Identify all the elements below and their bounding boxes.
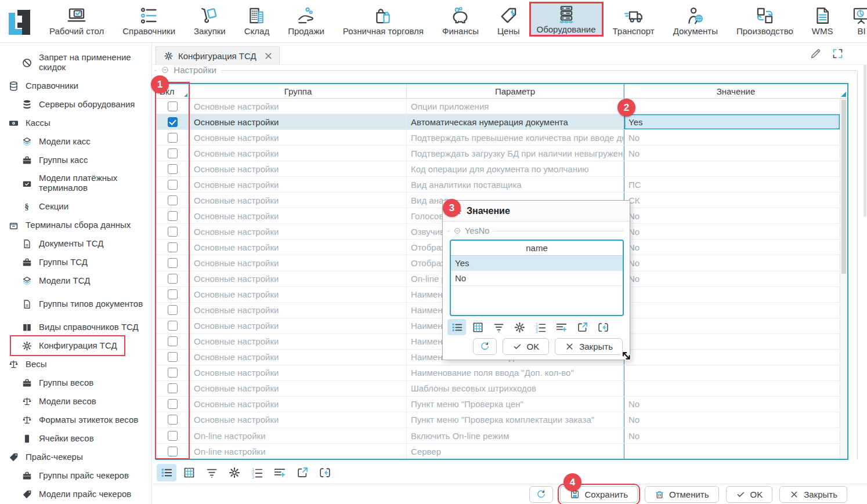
table-scrollbar[interactable] [840, 99, 847, 459]
value-cell[interactable]: No [624, 397, 840, 412]
toolbar-numbered-list-button[interactable]: 123 [247, 464, 267, 481]
value-cell[interactable] [624, 99, 840, 114]
param-cell[interactable]: Пункт меню "Проверка комплектации заказа… [407, 412, 624, 427]
sidebar-item-scales-groups[interactable]: Группы весов [0, 374, 151, 392]
toolbar-reload-button[interactable] [594, 319, 612, 335]
topbar-item-warehouse[interactable]: Склад [235, 2, 279, 40]
row-checkbox[interactable] [168, 415, 178, 425]
param-cell[interactable]: Подтверждать превышение количества при в… [407, 130, 624, 145]
topbar-item-directories[interactable]: Справочники [113, 2, 185, 40]
table-row[interactable]: Основные настройкиПодтверждать загрузку … [156, 146, 840, 161]
sidebar-item-tsd-documents[interactable]: Документы ТСД [0, 234, 151, 253]
value-cell[interactable]: No [624, 224, 840, 239]
group-cell[interactable]: Основные настройки [190, 146, 407, 161]
group-cell[interactable]: Основные настройки [190, 318, 407, 333]
sidebar-item-tsd-terminals[interactable]: Терминалы сбора данных [0, 216, 151, 234]
value-cell[interactable] [624, 303, 840, 318]
column-header-2[interactable]: Параметр [407, 84, 624, 98]
table-row[interactable]: Основные настройкиОпции приложения [156, 99, 840, 114]
value-cell[interactable]: СК [624, 193, 840, 208]
row-checkbox[interactable] [168, 352, 178, 362]
group-cell[interactable]: Основные настройки [190, 208, 407, 223]
param-cell[interactable]: Наименование поля ввода "Доп. кол-во" [407, 365, 624, 380]
toolbar-grid-view-button[interactable] [468, 319, 487, 335]
row-checkbox[interactable] [168, 258, 178, 268]
value-cell[interactable]: No [624, 271, 840, 287]
row-checkbox[interactable] [168, 101, 178, 111]
topbar-item-transport[interactable]: Транспорт [604, 2, 664, 40]
sidebar-item-tsd-handbook-kinds[interactable]: Виды справочников ТСД [0, 318, 151, 336]
row-checkbox[interactable] [168, 180, 178, 190]
value-cell[interactable]: No [624, 208, 840, 223]
group-cell[interactable]: Основные настройки [190, 350, 407, 365]
topbar-item-sales[interactable]: Продажи [279, 2, 334, 40]
param-cell[interactable]: Код операции для документа по умолчанию [407, 161, 624, 176]
sidebar-item-equipment-servers[interactable]: Серверы оборудования [0, 95, 151, 114]
group-cell[interactable]: On-line настройки [190, 444, 407, 459]
close-button[interactable]: Закрыть [779, 486, 847, 503]
sidebar-item-cash-models[interactable]: Модели касс [0, 132, 151, 151]
topbar-item-documents[interactable]: Документы [664, 2, 727, 40]
toolbar-reload-button[interactable] [315, 464, 335, 481]
param-cell[interactable]: Опции приложения [407, 99, 624, 114]
param-cell[interactable]: Включить On-line режим [407, 428, 624, 443]
topbar-item-purchases[interactable]: Закупки [185, 2, 235, 40]
sidebar-item-price-checker-groups[interactable]: Группы прайс чекеров [0, 466, 151, 485]
table-row[interactable]: Основные настройкиКод операции для докум… [156, 161, 840, 177]
param-cell[interactable]: Пункт меню "Проверка цен" [407, 397, 624, 412]
toolbar-numbered-list-button[interactable]: 123 [531, 319, 550, 335]
param-cell[interactable]: Автоматическая нумерация документа [407, 114, 624, 129]
value-cell[interactable] [624, 444, 840, 459]
topbar-item-equipment[interactable]: Оборудование [529, 2, 604, 37]
row-checkbox[interactable] [168, 289, 178, 299]
toolbar-export-button[interactable] [292, 464, 312, 481]
value-cell[interactable] [624, 350, 840, 365]
collapse-icon[interactable] [453, 227, 461, 235]
toolbar-add-row-button[interactable] [552, 319, 570, 335]
table-row[interactable]: Основные настройкиВид аналитики поставщи… [156, 177, 840, 193]
group-cell[interactable]: Основные настройки [190, 130, 407, 145]
row-checkbox[interactable] [168, 399, 178, 409]
row-checkbox[interactable] [168, 368, 178, 378]
tab-konfiguratsiya-tsd[interactable]: Конфигурация ТСД [156, 46, 280, 64]
topbar-item-retail[interactable]: Розничная торговля [334, 2, 433, 40]
refresh-button[interactable] [473, 338, 497, 355]
sidebar-item-price-checkers[interactable]: Прайс-чекеры [0, 448, 151, 466]
toolbar-grid-view-button[interactable] [179, 464, 199, 481]
close-button[interactable]: Закрыть [555, 338, 623, 355]
row-checkbox[interactable] [168, 321, 178, 331]
topbar-item-production[interactable]: Производство [727, 2, 803, 40]
topbar-item-finance[interactable]: Финансы [433, 2, 488, 40]
resize-cursor-icon[interactable] [617, 347, 635, 364]
value-cell[interactable] [624, 318, 840, 333]
group-cell[interactable]: Основные настройки [190, 334, 407, 349]
sidebar-item-payment-terminal-models[interactable]: Модели платёжных терминалов [0, 169, 151, 197]
toolbar-list-view-button[interactable] [447, 319, 466, 335]
sidebar-item-tsd-groups[interactable]: Группы ТСД [0, 253, 151, 271]
value-cell[interactable]: No [624, 146, 840, 161]
row-checkbox[interactable] [168, 242, 178, 252]
row-checkbox[interactable] [168, 274, 178, 284]
dialog-title-bar[interactable]: Значение [443, 201, 630, 222]
table-row[interactable]: Основные настройкиПункт меню "Проверка ц… [156, 397, 840, 412]
param-cell[interactable]: Подтверждать загрузку БД при наличии нев… [407, 146, 624, 161]
row-checkbox[interactable] [168, 336, 178, 346]
group-cell[interactable]: Основные настройки [190, 381, 407, 396]
toolbar-settings-button[interactable] [510, 319, 529, 335]
value-cell[interactable] [624, 334, 840, 349]
option-row-no[interactable]: No [451, 271, 623, 286]
param-cell[interactable]: Шаблоны весовых штрихкодов [407, 381, 624, 396]
group-cell[interactable]: Основные настройки [190, 240, 407, 255]
topbar-item-bi[interactable]: BI [842, 2, 867, 40]
value-cell[interactable] [624, 381, 840, 396]
toolbar-filter-button[interactable] [489, 319, 508, 335]
group-cell[interactable]: Основные настройки [190, 303, 407, 318]
row-checkbox[interactable] [168, 447, 178, 456]
group-cell[interactable]: Основные настройки [190, 255, 407, 270]
sidebar-item-handbooks[interactable]: Справочники [0, 77, 151, 95]
column-header-3[interactable]: Значение [624, 84, 847, 98]
row-checkbox[interactable] [168, 117, 178, 127]
group-cell[interactable]: Основные настройки [190, 224, 407, 239]
group-cell[interactable]: Основные настройки [190, 271, 407, 287]
tab-close-icon[interactable] [263, 51, 273, 61]
